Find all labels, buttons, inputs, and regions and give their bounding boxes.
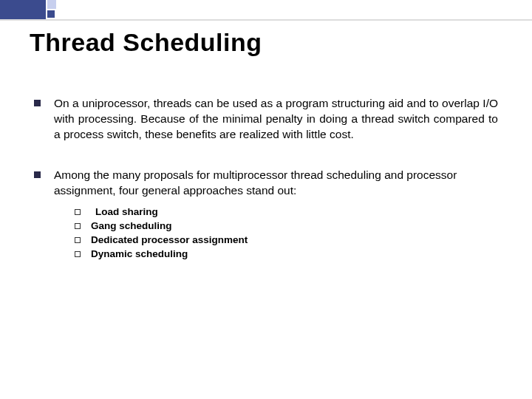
sub-bullet-item: Dedicated processor assignment [75,234,498,245]
sub-bullet-text: Dynamic scheduling [91,248,188,259]
bullet-item: Among the many proposals for multiproces… [34,168,498,262]
accent-square-dark [47,10,55,18]
title-underline [0,19,532,21]
hollow-square-bullet-icon [75,209,81,215]
hollow-square-bullet-icon [75,223,81,229]
slide-content: On a uniprocessor, threads can be used a… [34,96,498,262]
square-bullet-icon [34,171,41,178]
sub-bullet-item: Dynamic scheduling [75,248,498,259]
sub-list: Load sharing Gang scheduling Dedicated p… [75,206,498,259]
bullet-item: On a uniprocessor, threads can be used a… [34,96,498,143]
sub-bullet-text: Gang scheduling [91,220,172,231]
square-bullet-icon [34,100,41,106]
slide-title: Thread Scheduling [30,28,262,57]
slide: Thread Scheduling On a uniprocessor, thr… [0,0,532,399]
sub-bullet-item: Gang scheduling [75,220,498,231]
bullet-text: Among the many proposals for multiproces… [54,168,498,199]
accent-bar [0,0,46,19]
hollow-square-bullet-icon [75,251,81,257]
sub-bullet-text: Load sharing [95,206,158,217]
accent-square-light [47,0,56,9]
sub-bullet-text: Dedicated processor assignment [91,234,248,245]
hollow-square-bullet-icon [75,237,81,243]
bullet-text: On a uniprocessor, threads can be used a… [54,96,498,143]
sub-bullet-item: Load sharing [75,206,498,217]
